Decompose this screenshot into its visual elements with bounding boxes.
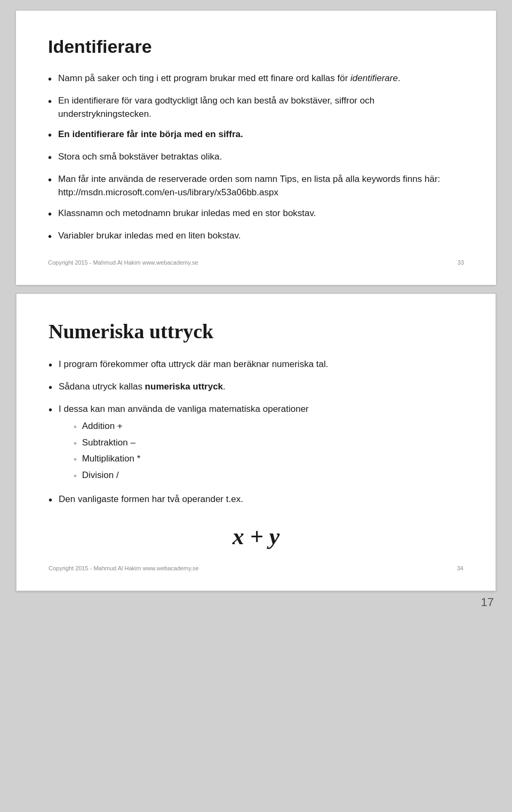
list-item: Den vanligaste formen har två operander … bbox=[49, 493, 463, 508]
list-item: Sådana utryck kallas ​numeriska uttryck. bbox=[49, 380, 463, 395]
bold-text: numeriska uttryck bbox=[145, 381, 223, 392]
list-item: En identifierare får inte börja med en s… bbox=[48, 128, 464, 143]
slide-2-bullet-list: I program förekommer ofta uttryck där ma… bbox=[49, 358, 463, 508]
list-item: Stora och små bokstäver betraktas olika. bbox=[48, 150, 464, 165]
bullet-content: I dessa kan man använda de vanliga matem… bbox=[59, 403, 309, 485]
bullet-text: Namn på saker och ting i ett program bru… bbox=[58, 72, 401, 85]
slide-1: Identifierare Namn på saker och ting i e… bbox=[16, 11, 496, 285]
bullet-text: Stora och små bokstäver betraktas olika. bbox=[58, 150, 222, 164]
sub-item-text: Subtraktion – bbox=[82, 436, 135, 450]
slide-1-title: Identifierare bbox=[48, 36, 464, 57]
sub-list-item: Multiplikation * bbox=[74, 452, 309, 466]
copyright-text: Copyright 2015 - Mahmud Al Hakim www.web… bbox=[48, 259, 198, 266]
sub-item-text: Multiplikation * bbox=[82, 452, 141, 466]
page-number: 33 bbox=[458, 259, 464, 266]
bullet-text: Sådana utryck kallas ​numeriska uttryck. bbox=[59, 380, 226, 394]
slides-wrapper: Identifierare Namn på saker och ting i e… bbox=[16, 11, 496, 609]
copyright-text: Copyright 2015 - Mahmud Al Hakim www.web… bbox=[49, 565, 199, 571]
list-item: En identifierare för vara godtyckligt lå… bbox=[48, 94, 464, 121]
bullet-text: I program förekommer ofta uttryck där ma… bbox=[59, 358, 328, 371]
list-item: Namn på saker och ting i ett program bru… bbox=[48, 72, 464, 87]
sub-list-item: Subtraktion – bbox=[74, 436, 309, 450]
sub-item-text: Addition + bbox=[82, 420, 123, 433]
slide-2-title: Numeriska uttryck bbox=[49, 320, 463, 343]
bullet-text: I dessa kan man använda de vanliga matem… bbox=[59, 404, 309, 414]
slide-2-copyright: Copyright 2015 - Mahmud Al Hakim www.web… bbox=[49, 565, 463, 571]
page-number: 34 bbox=[457, 565, 463, 571]
list-item: I dessa kan man använda de vanliga matem… bbox=[49, 403, 463, 485]
slide-2: Numeriska uttryck I program förekommer o… bbox=[16, 293, 496, 591]
sub-item-text: Division / bbox=[82, 469, 119, 482]
sub-list: Addition + Subtraktion – Multiplikation … bbox=[74, 420, 309, 482]
bullet-text: Man får inte använda de reserverade orde… bbox=[58, 173, 464, 199]
formula-display: x + y bbox=[49, 523, 463, 550]
list-item: Klassnamn och metodnamn brukar inledas m… bbox=[48, 207, 464, 222]
list-item: Man får inte använda de reserverade orde… bbox=[48, 173, 464, 199]
slide-1-copyright: Copyright 2015 - Mahmud Al Hakim www.web… bbox=[48, 259, 464, 266]
bullet-text: Den vanligaste formen har två operander … bbox=[59, 493, 243, 506]
list-item: I program förekommer ofta uttryck där ma… bbox=[49, 358, 463, 373]
outer-page-number: 17 bbox=[16, 595, 496, 609]
slide-1-bullet-list: Namn på saker och ting i ett program bru… bbox=[48, 72, 464, 244]
bullet-text: Klassnamn och metodnamn brukar inledas m… bbox=[58, 207, 316, 220]
bullet-text: Variabler brukar inledas med en liten bo… bbox=[58, 229, 241, 243]
bullet-text: En identifierare för vara godtyckligt lå… bbox=[58, 94, 464, 121]
sub-list-item: Addition + bbox=[74, 420, 309, 433]
list-item: Variabler brukar inledas med en liten bo… bbox=[48, 229, 464, 244]
bullet-text: En identifierare får inte börja med en s… bbox=[58, 128, 243, 141]
sub-list-item: Division / bbox=[74, 469, 309, 482]
